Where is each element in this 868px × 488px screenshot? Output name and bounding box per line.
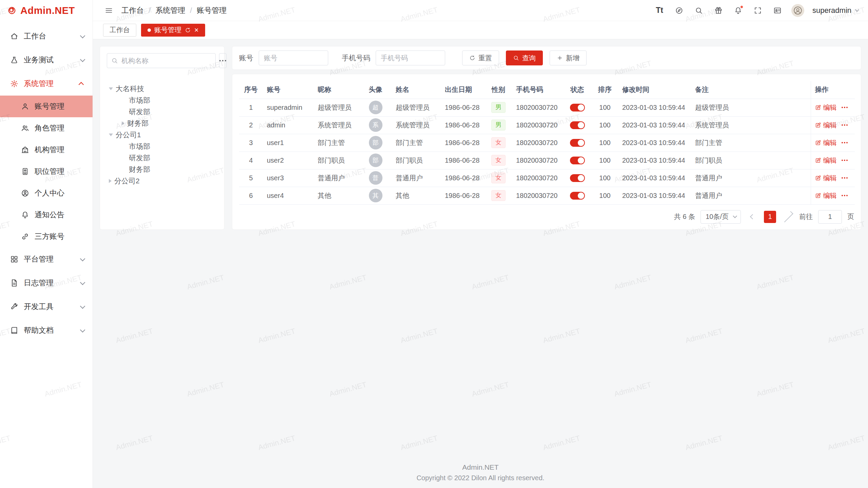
sidebar-item-platform-management[interactable]: 平台管理	[0, 247, 93, 271]
goto-page-input[interactable]	[818, 210, 842, 224]
discover-icon[interactable]	[673, 5, 685, 16]
tree-more-button[interactable]	[219, 53, 226, 68]
sidebar-item-label: 开发工具	[24, 302, 54, 312]
cell-birth: 1986-06-28	[441, 187, 485, 204]
user-menu[interactable]: superadmin	[812, 6, 858, 15]
sidebar-item-notice[interactable]: 通知公告	[0, 204, 93, 226]
caret-collapsed-icon[interactable]	[109, 179, 112, 183]
more-actions-icon[interactable]	[842, 142, 848, 143]
edit-button[interactable]: 编辑	[815, 174, 837, 183]
hamburger-menu-icon[interactable]	[103, 5, 115, 16]
footer-title: Admin.NET	[93, 463, 868, 471]
more-actions-icon[interactable]	[842, 160, 848, 161]
org-search-field[interactable]	[107, 53, 216, 68]
add-label: 新增	[566, 54, 579, 63]
status-toggle[interactable]	[570, 104, 585, 111]
cell-index: 5	[239, 169, 263, 187]
edit-button[interactable]: 编辑	[815, 138, 837, 147]
sidebar-item-dev-tools[interactable]: 开发工具	[0, 295, 93, 319]
tree-node-shichangbu[interactable]: 市场部	[107, 95, 217, 106]
gender-badge: 女	[491, 137, 506, 148]
user-avatar[interactable]	[791, 4, 804, 17]
search-button[interactable]: 查询	[506, 50, 543, 65]
app-logo[interactable]: Admin.NET	[0, 0, 93, 21]
tree-node-yanfabu2[interactable]: 研发部	[107, 152, 217, 164]
caret-collapsed-icon[interactable]	[122, 121, 124, 125]
fullscreen-icon[interactable]	[752, 5, 764, 16]
sidebar-item-org-management[interactable]: 机构管理	[0, 139, 93, 161]
tree-node-label: 市场部	[129, 96, 150, 105]
page-size-select[interactable]: 10条/页	[701, 210, 741, 224]
org-search-input[interactable]	[121, 57, 211, 65]
row-avatar: 超	[369, 101, 382, 114]
more-icon	[219, 60, 221, 61]
status-toggle[interactable]	[570, 192, 585, 200]
add-button[interactable]: 新增	[550, 50, 587, 65]
tree-node-yanfabu[interactable]: 研发部	[107, 106, 217, 118]
sidebar-item-position-management[interactable]: 职位管理	[0, 161, 93, 182]
status-toggle[interactable]	[570, 121, 585, 129]
tab-workbench[interactable]: 工作台	[103, 24, 136, 37]
status-toggle[interactable]	[570, 139, 585, 147]
tree-node-damingkeji[interactable]: 大名科技	[107, 83, 217, 95]
search-icon[interactable]	[693, 5, 705, 16]
status-toggle[interactable]	[570, 174, 585, 182]
status-toggle[interactable]	[570, 157, 585, 164]
sidebar-item-role-management[interactable]: 角色管理	[0, 117, 93, 139]
edit-button[interactable]: 编辑	[815, 103, 837, 112]
sidebar-item-third-party-account[interactable]: 三方账号	[0, 226, 93, 247]
page-number-button[interactable]: 1	[764, 211, 776, 223]
sidebar-item-system-management[interactable]: 系统管理	[0, 72, 93, 96]
cell-name: 系统管理员	[392, 116, 441, 134]
tab-account-management[interactable]: 账号管理 ×	[141, 24, 205, 37]
sidebar-item-personal-center[interactable]: 个人中心	[0, 182, 93, 204]
tree-node-caiwubu2[interactable]: 财务部	[107, 164, 217, 175]
reset-button[interactable]: 重置	[462, 50, 499, 65]
table-row: 3 user1 部门主管 部 部门主管 1986-06-28 女 1802003…	[239, 134, 855, 151]
tree-node-fengongsi1[interactable]: 分公司1	[107, 129, 217, 141]
sidebar-item-workbench[interactable]: 工作台	[0, 24, 93, 48]
tree-node-label: 研发部	[129, 107, 150, 117]
tree-node-shichangbu2[interactable]: 市场部	[107, 141, 217, 152]
cell-nickname: 系统管理员	[314, 116, 359, 134]
more-actions-icon[interactable]	[842, 107, 848, 108]
id-card-icon[interactable]	[772, 5, 783, 16]
edit-button[interactable]: 编辑	[815, 191, 837, 200]
tree-node-caiwubu[interactable]: 财务部	[107, 118, 217, 129]
toggle-knob	[578, 192, 584, 199]
breadcrumb-item-system-management[interactable]: 系统管理	[155, 5, 185, 16]
edit-label: 编辑	[823, 138, 837, 147]
page-footer: Admin.NET Copyright © 2022 Dilon All rig…	[93, 463, 868, 482]
refresh-tab-icon[interactable]	[185, 27, 191, 33]
tree-node-fengongsi2[interactable]: 分公司2	[107, 175, 217, 187]
tree-node-label: 研发部	[129, 153, 150, 163]
sidebar-item-help-docs[interactable]: 帮助文档	[0, 319, 93, 342]
more-actions-icon[interactable]	[842, 177, 848, 179]
more-actions-icon[interactable]	[842, 195, 848, 196]
chevron-down-icon	[855, 7, 859, 12]
more-actions-icon[interactable]	[842, 124, 848, 126]
cell-order: 100	[592, 134, 618, 151]
next-page-button[interactable]	[782, 211, 794, 223]
search-label: 查询	[522, 54, 536, 63]
edit-button[interactable]: 编辑	[815, 121, 837, 130]
font-size-icon[interactable]: Tt	[654, 5, 665, 16]
close-tab-icon[interactable]: ×	[194, 26, 199, 34]
account-input[interactable]	[259, 50, 328, 65]
edit-button[interactable]: 编辑	[815, 156, 837, 165]
cell-name: 其他	[392, 187, 441, 204]
sidebar-item-business-test[interactable]: 业务测试	[0, 48, 93, 72]
sidebar-item-label: 日志管理	[24, 278, 54, 288]
phone-input[interactable]	[376, 50, 445, 65]
breadcrumb-item-workbench[interactable]: 工作台	[121, 5, 144, 16]
caret-expanded-icon[interactable]	[109, 134, 113, 136]
sidebar-item-account-management[interactable]: 账号管理	[0, 96, 93, 117]
sidebar-item-log-management[interactable]: 日志管理	[0, 271, 93, 295]
bell-icon[interactable]	[732, 5, 744, 16]
sidebar-item-label: 三方账号	[35, 231, 64, 242]
toggle-knob	[578, 104, 584, 111]
prev-page-button[interactable]	[746, 211, 758, 223]
caret-expanded-icon[interactable]	[109, 87, 113, 90]
cell-birth: 1986-06-28	[441, 99, 485, 116]
gift-icon[interactable]	[713, 5, 724, 16]
